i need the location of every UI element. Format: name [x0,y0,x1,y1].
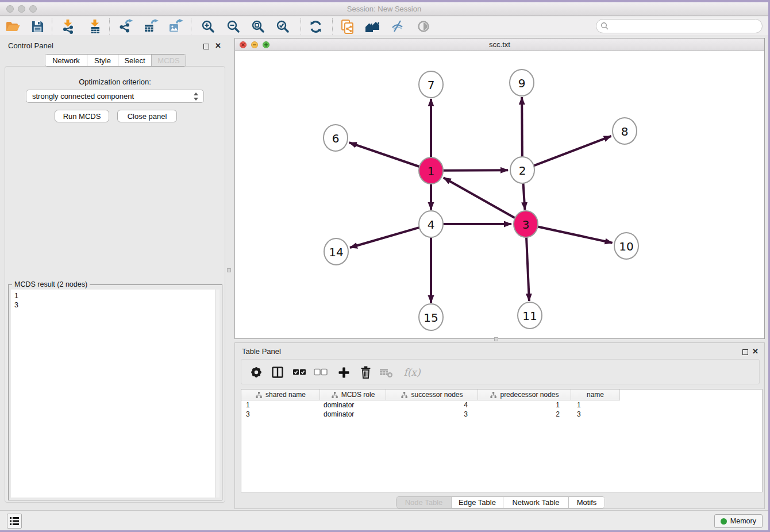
cell-predecessor-nodes[interactable]: 2 [478,410,571,419]
tab-network[interactable]: Network [45,55,87,66]
open-session-button[interactable] [4,18,21,35]
table-row[interactable]: 3dominator323 [241,410,620,419]
cell-MCDS-role[interactable]: dominator [320,400,386,410]
zoom-fit-button[interactable] [249,18,267,35]
horizontal-split-handle[interactable] [494,337,498,341]
network-window-titlebar[interactable]: scc.txt [235,38,764,51]
mcds-result-textarea[interactable]: 1 3 [11,290,220,498]
edge-1-2[interactable] [442,170,508,171]
column-header-shared-name[interactable]: shared name [241,390,320,400]
search-field[interactable] [596,19,763,33]
graph-node-label-6: 6 [332,132,340,145]
edge-1-6[interactable] [349,142,420,167]
export-network-button[interactable] [117,18,134,35]
optimization-criterion-label: Optimization criterion: [5,78,225,86]
list-icon [9,516,20,526]
import-network-icon [60,19,76,34]
cell-successor-nodes[interactable]: 3 [386,410,478,419]
result-scrollbar[interactable] [215,290,220,498]
home-houses-icon [364,20,380,33]
tab-motifs[interactable]: Motifs [569,497,605,508]
import-table-icon [87,19,103,34]
column-header-MCDS-role[interactable]: MCDS role [320,390,386,400]
cell-successor-nodes[interactable]: 4 [386,400,478,410]
table-panel-close-button[interactable]: ✕ [752,346,759,356]
columns-icon [271,366,284,379]
table-panel: Table Panel ✕ [234,342,765,509]
edge-2-8[interactable] [533,136,611,166]
function-builder-button[interactable]: f(x) [401,364,423,381]
column-header-predecessor-nodes[interactable]: predecessor nodes [478,390,571,400]
run-mcds-button[interactable]: Run MCDS [55,110,109,122]
cell-name[interactable]: 1 [571,400,620,410]
tab-node-table[interactable]: Node Table [396,497,452,508]
save-session-button[interactable] [29,18,46,35]
close-panel-button[interactable]: Close panel [117,110,177,122]
edge-3-11[interactable] [526,236,529,301]
export-network-icon [118,19,133,34]
edge-2-9[interactable] [522,97,522,159]
hide-selected-button[interactable] [389,18,406,35]
edge-2-3[interactable] [523,182,525,210]
tab-edge-table[interactable]: Edge Table [452,497,503,508]
first-neighbors-button[interactable] [364,18,381,35]
memory-button[interactable]: Memory [714,514,763,528]
zoom-selected-button[interactable] [274,18,291,35]
column-header-label: shared name [265,391,306,399]
delete-column-button[interactable] [357,364,374,381]
refresh-layout-icon [309,20,323,34]
cell-MCDS-role[interactable]: dominator [320,410,386,419]
graph-node-label-11: 11 [522,309,537,323]
mcds-result-group: MCDS result (2 nodes) 1 3 [8,284,222,500]
graph-node-label-2: 2 [519,164,526,178]
graph-node-label-14: 14 [329,245,343,259]
zoom-in-button[interactable] [199,18,217,35]
add-column-button[interactable] [335,364,352,381]
open-folder-icon [5,20,20,33]
cell-shared-name[interactable]: 3 [241,410,320,419]
tree-icon [401,391,408,399]
table-tabs: Node TableEdge TableNetwork TableMotifs [396,496,605,508]
column-header-label: name [587,391,604,399]
zoom-out-button[interactable] [225,18,242,35]
select-all-rows-button[interactable] [291,364,308,381]
table-panel-float-button[interactable] [742,347,748,357]
control-panel-float-button[interactable] [203,41,209,52]
column-header-successor-nodes[interactable]: successor nodes [386,390,478,400]
edge-3-10[interactable] [537,226,613,242]
table-options-button[interactable] [248,364,265,381]
edge-3-1[interactable] [444,178,516,218]
application-window: Session: New Session [0,2,768,530]
task-history-button[interactable] [7,514,22,529]
optimization-criterion-dropdown[interactable]: strongly connected component [26,90,204,103]
cell-shared-name[interactable]: 1 [241,400,320,410]
tab-network-table[interactable]: Network Table [503,497,569,508]
mcds-result-lines: 1 3 [11,290,220,310]
deselect-all-rows-button[interactable] [312,364,329,381]
apply-layout-button[interactable] [307,18,324,35]
control-panel-title: Control Panel [8,41,53,50]
column-header-name[interactable]: name [571,390,620,400]
edge-4-14[interactable] [350,228,420,248]
import-table-button[interactable] [86,18,103,35]
duplicate-network-button[interactable] [339,18,356,35]
cell-predecessor-nodes[interactable]: 1 [478,400,571,410]
export-table-button[interactable] [142,18,159,35]
delete-table-button[interactable] [378,364,395,381]
show-column-button[interactable] [269,364,286,381]
control-panel-close-button[interactable]: ✕ [215,40,221,51]
tab-select[interactable]: Select [118,55,152,66]
network-graph-canvas[interactable]: 7968124314101511 [235,51,764,338]
table-header-row: shared nameMCDS rolesuccessor nodesprede… [241,390,620,400]
toolbar-separator [109,18,110,34]
tab-style[interactable]: Style [87,55,118,66]
vertical-split-handle[interactable] [227,268,231,272]
import-network-button[interactable] [59,18,76,35]
tab-mcds[interactable]: MCDS [152,55,186,66]
search-input[interactable] [612,22,762,30]
table-row[interactable]: 1dominator411 [241,400,620,410]
toolbar-separator [191,18,191,34]
export-image-button[interactable] [167,18,184,35]
cell-name[interactable]: 3 [571,410,620,419]
show-graphics-details-button[interactable] [415,18,432,35]
